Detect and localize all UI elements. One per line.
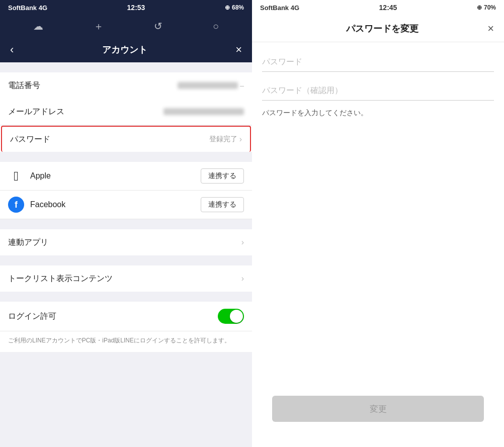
- email-row[interactable]: メールアドレス: [0, 99, 252, 125]
- facebook-icon-wrapper: f: [8, 197, 24, 213]
- password-group: パスワード 登録完了 ›: [0, 126, 252, 152]
- phone-row[interactable]: 電話番号 –: [0, 72, 252, 99]
- login-note-row: ご利用のLINEアカウントでPC版・iPad版LINEにログインすることを許可し…: [0, 331, 252, 352]
- password-row[interactable]: パスワード 登録完了 ›: [1, 126, 251, 152]
- hint-text: パスワードを入力してください。: [252, 109, 504, 118]
- spacer-top: [0, 62, 252, 72]
- facebook-row[interactable]: f Facebook 連携する: [0, 191, 252, 219]
- phone-value-blurred: [178, 82, 238, 89]
- login-group: ログイン許可 ご利用のLINEアカウントでPC版・iPad版LINEにログインす…: [0, 302, 252, 352]
- spacer-apps: [0, 219, 252, 229]
- password-chevron: ›: [239, 135, 242, 144]
- connected-apps-row[interactable]: 連動アプリ ›: [0, 229, 252, 255]
- page-title-left: アカウント: [102, 44, 147, 56]
- right-spacer: [252, 118, 504, 386]
- top-icon-bar: ☁ ＋ ↺ ○: [0, 15, 252, 37]
- login-permission-row: ログイン許可: [0, 302, 252, 331]
- right-form-content: パスワードを入力してください。 変更: [252, 42, 504, 447]
- input-section: [252, 42, 504, 103]
- phone-label: 電話番号: [8, 80, 178, 91]
- nav-bar-right: パスワードを変更 ×: [252, 15, 504, 42]
- battery-left: 68%: [232, 4, 244, 11]
- connected-apps-group: 連動アプリ ›: [0, 229, 252, 255]
- email-group: メールアドレス: [0, 99, 252, 125]
- toggle-knob: [230, 310, 243, 323]
- facebook-icon: f: [8, 197, 24, 213]
- battery-right: 70%: [484, 4, 496, 11]
- close-button-left[interactable]: ×: [235, 43, 242, 56]
- left-content: 電話番号 – メールアドレス パスワード 登録完了 ›  Apple: [0, 62, 252, 447]
- right-panel: SoftBank 4G 12:45 ⊕ 70% パスワードを変更 × パスワード…: [252, 0, 504, 447]
- phone-dash: –: [240, 81, 244, 90]
- connected-apps-label: 連動アプリ: [8, 237, 241, 248]
- spacer-talk: [0, 255, 252, 265]
- login-toggle[interactable]: [218, 309, 244, 324]
- phone-group: 電話番号 –: [0, 72, 252, 99]
- password-input[interactable]: [262, 52, 494, 72]
- apple-row[interactable]:  Apple 連携する: [0, 162, 252, 191]
- login-note: ご利用のLINEアカウントでPC版・iPad版LINEにログインすることを許可し…: [8, 337, 230, 344]
- time-right: 12:45: [379, 4, 397, 12]
- email-value-blurred: [163, 108, 244, 115]
- status-bar-left: SoftBank 4G 12:53 ⊕ 68%: [0, 0, 252, 15]
- password-status: 登録完了: [209, 135, 237, 144]
- login-permission-label: ログイン許可: [8, 311, 218, 322]
- talk-list-label: トークリスト表示コンテンツ: [8, 274, 241, 284]
- status-icons-right: ⊕ 70%: [477, 4, 496, 11]
- facebook-label: Facebook: [30, 200, 201, 209]
- carrier-right: SoftBank 4G: [260, 4, 299, 12]
- page-title-right: パスワードを変更: [346, 23, 418, 35]
- carrier-left: SoftBank 4G: [8, 4, 47, 12]
- refresh-icon: ↺: [154, 20, 162, 32]
- nav-bar-left: ‹ アカウント ×: [0, 37, 252, 62]
- status-icons-left: ⊕ 68%: [225, 4, 244, 11]
- talk-list-group: トークリスト表示コンテンツ ›: [0, 265, 252, 292]
- location-icon: ⊕: [225, 4, 230, 11]
- talk-list-row[interactable]: トークリスト表示コンテンツ ›: [0, 265, 252, 292]
- apple-label: Apple: [30, 171, 201, 181]
- email-label: メールアドレス: [8, 107, 163, 117]
- bottom-area: 変更: [252, 386, 504, 447]
- password-label: パスワード: [10, 134, 209, 145]
- connected-apps-chevron: ›: [241, 238, 244, 247]
- change-button[interactable]: 変更: [272, 396, 484, 422]
- time-left: 12:53: [127, 4, 145, 12]
- close-button-right[interactable]: ×: [487, 22, 494, 35]
- status-bar-right: SoftBank 4G 12:45 ⊕ 70%: [252, 0, 504, 15]
- location-icon-right: ⊕: [477, 4, 482, 11]
- spacer-login: [0, 292, 252, 302]
- user-icon: ○: [213, 21, 219, 32]
- spacer-social: [0, 152, 252, 162]
- apple-icon: : [8, 168, 24, 184]
- confirm-password-input[interactable]: [262, 81, 494, 101]
- apple-link-button[interactable]: 連携する: [201, 168, 244, 184]
- back-button[interactable]: ‹: [10, 43, 14, 56]
- weather-icon: ☁: [33, 20, 43, 32]
- talk-list-chevron: ›: [241, 274, 244, 283]
- facebook-link-button[interactable]: 連携する: [201, 197, 244, 212]
- add-icon[interactable]: ＋: [94, 20, 104, 33]
- left-panel: SoftBank 4G 12:53 ⊕ 68% ☁ ＋ ↺ ○ ‹ アカウント …: [0, 0, 252, 447]
